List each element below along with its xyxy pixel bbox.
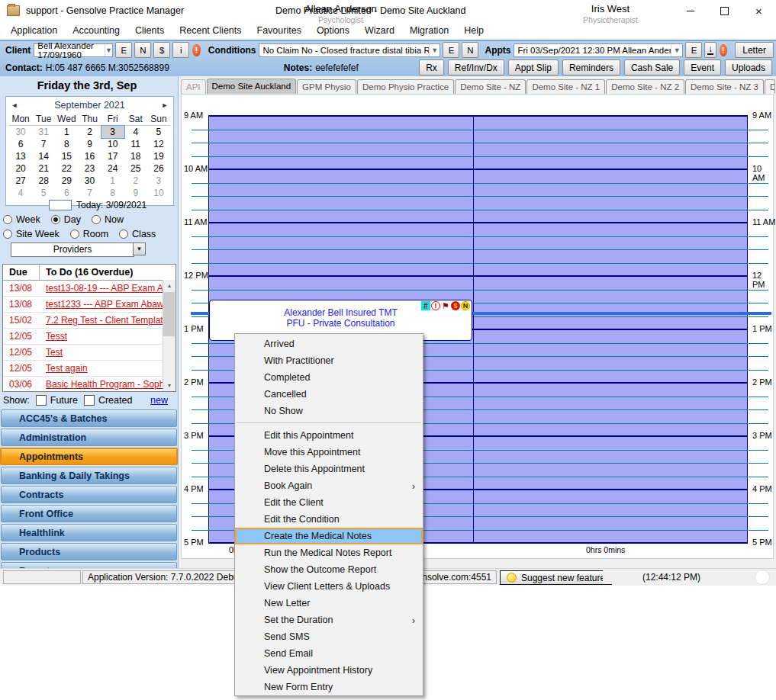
room-radio[interactable]: [70, 230, 79, 239]
created-checkbox[interactable]: [84, 395, 95, 406]
calendar-day[interactable]: 29: [55, 175, 78, 187]
calendar-day[interactable]: 10: [147, 187, 170, 199]
calendar-day[interactable]: 10: [101, 138, 124, 150]
tab-demo-site-nz-1[interactable]: Demo Site - NZ 1: [526, 79, 605, 94]
appt-slip-button[interactable]: Appt Slip: [508, 59, 559, 75]
conditions-combo[interactable]: No Claim No - Closed fracture distal tib…: [259, 43, 440, 57]
uploads-button[interactable]: Uploads: [725, 59, 772, 75]
chevron-down-icon[interactable]: ▼: [429, 44, 440, 56]
context-menu-item-delete-this-appointment[interactable]: Delete this Appointment: [235, 461, 423, 477]
menu-help[interactable]: Help: [456, 23, 491, 38]
calendar-day[interactable]: 13: [9, 150, 32, 162]
class-radio[interactable]: [119, 230, 128, 239]
scroll-down-icon[interactable]: ▼: [163, 380, 175, 391]
calendar-day[interactable]: 4: [9, 187, 32, 199]
calendar-day[interactable]: 19: [147, 150, 170, 162]
client-alert-icon[interactable]: !: [192, 44, 201, 56]
week-radio[interactable]: [3, 215, 12, 224]
chevron-down-icon[interactable]: ▼: [105, 44, 113, 56]
menu-clients[interactable]: Clients: [127, 23, 172, 38]
calendar-day[interactable]: 20: [9, 162, 32, 175]
provider-name[interactable]: Allean Anderson: [208, 3, 473, 14]
calendar-day[interactable]: 16: [78, 150, 101, 162]
context-menu-item-run-the-medical-notes-report[interactable]: Run the Medical Notes Report: [235, 544, 423, 561]
client-n-button[interactable]: N: [134, 42, 151, 58]
context-menu-item-completed[interactable]: Completed: [235, 369, 423, 386]
todo-scrollbar[interactable]: ▲ ▼: [163, 280, 175, 391]
providers-dropdown[interactable]: Providers: [11, 242, 134, 257]
menu-wizard[interactable]: Wizard: [357, 23, 402, 38]
context-menu-item-arrived[interactable]: Arrived: [235, 336, 423, 352]
calendar-day[interactable]: 2: [124, 175, 147, 187]
sidebar-section-products[interactable]: Products: [1, 543, 177, 560]
calendar-day[interactable]: 8: [101, 187, 124, 199]
condition-n-button[interactable]: N: [462, 42, 478, 58]
tab-demo-s[interactable]: Demo S: [765, 79, 775, 94]
calendar-day[interactable]: 27: [9, 175, 32, 187]
tab-demo-site-nz-2[interactable]: Demo Site - NZ 2: [606, 79, 684, 94]
month-title[interactable]: September 2021: [23, 100, 156, 111]
calendar-day[interactable]: 1: [55, 126, 78, 138]
calendar-day[interactable]: 7: [32, 138, 55, 150]
calendar-day[interactable]: 5: [32, 187, 55, 199]
calendar-day[interactable]: 18: [124, 150, 147, 162]
calendar-day[interactable]: 22: [55, 162, 78, 175]
calendar-day[interactable]: 2: [78, 126, 101, 138]
tab-api[interactable]: API: [181, 79, 206, 94]
chevron-down-icon[interactable]: ▼: [671, 44, 682, 56]
client-e-button[interactable]: E: [115, 42, 132, 58]
client-i-button[interactable]: i: [172, 42, 189, 58]
calendar-day[interactable]: 3: [147, 175, 170, 187]
sidebar-section-appointments[interactable]: Appointments: [0, 448, 178, 465]
calendar-day[interactable]: 21: [32, 162, 55, 175]
calendar-day[interactable]: 11: [124, 138, 147, 150]
calendar-day[interactable]: 15: [55, 150, 78, 162]
client-combo[interactable]: Bell Alexander 17/09/1960 ▼: [34, 43, 113, 57]
menu-favourites[interactable]: Favourites: [250, 23, 309, 38]
menu-application[interactable]: Application: [3, 23, 65, 38]
context-menu-item-move-this-appointment[interactable]: Move this Appointment: [235, 444, 423, 461]
sidebar-section-administration[interactable]: Administration: [1, 429, 177, 446]
calendar-day[interactable]: 9: [124, 187, 147, 199]
new-todo-link[interactable]: new: [150, 395, 168, 406]
calendar-day-selected[interactable]: 3: [101, 126, 124, 138]
ref-inv-dx-button[interactable]: Ref/Inv/Dx: [448, 59, 504, 75]
scrollbar-thumb[interactable]: [163, 292, 175, 336]
scroll-up-icon[interactable]: ▲: [163, 280, 175, 291]
sidebar-section-acc45-s-batches[interactable]: ACC45's & Batches: [1, 409, 177, 427]
day-radio[interactable]: [51, 215, 60, 224]
sidebar-section-front-office[interactable]: Front Office: [1, 505, 177, 522]
calendar-day[interactable]: 6: [55, 187, 78, 199]
download-appointment-icon[interactable]: ↓: [704, 42, 716, 58]
context-menu-item-new-letter[interactable]: New Letter: [235, 595, 423, 612]
now-radio[interactable]: [92, 215, 101, 224]
todo-task-link[interactable]: Test: [40, 347, 175, 358]
sidebar-section-healthlink[interactable]: Healthlink: [1, 524, 177, 541]
providers-dropdown-button[interactable]: ▼: [133, 242, 146, 255]
condition-e-button[interactable]: E: [443, 42, 459, 58]
tab-gpm-physio[interactable]: GPM Physio: [297, 79, 356, 94]
context-menu-item-view-client-letters-uploads[interactable]: View Client Letters & Uploads: [235, 578, 423, 595]
context-menu-item-edit-this-appointment[interactable]: Edit this Appointment: [235, 427, 423, 444]
suggest-feature-button[interactable]: Suggest new feature: [500, 570, 612, 585]
appt-e-button[interactable]: E: [685, 42, 702, 58]
context-menu-item-show-the-outcome-report[interactable]: Show the Outcome Report: [235, 561, 423, 578]
todo-task-link[interactable]: Test again: [40, 363, 175, 374]
todo-task-link[interactable]: Tesst: [40, 331, 175, 342]
appointment-alert-icon[interactable]: !: [720, 44, 728, 56]
context-menu-item-book-again[interactable]: Book Again›: [235, 477, 423, 494]
prev-month-icon[interactable]: ◄: [6, 101, 23, 109]
sidebar-section-banking-daily-takings[interactable]: Banking & Daily Takings: [1, 467, 177, 484]
context-menu-item-new-form-entry[interactable]: New Form Entry: [235, 679, 423, 695]
calendar-day[interactable]: 1: [101, 175, 124, 187]
calendar-day[interactable]: 14: [32, 150, 55, 162]
context-menu-item-create-the-medical-notes[interactable]: Create the Medical Notes: [235, 528, 423, 544]
todo-task-link[interactable]: 7.2 Reg Test - Client Template...: [40, 315, 175, 326]
event-button[interactable]: Event: [684, 59, 721, 75]
calendar-day[interactable]: 5: [147, 126, 170, 138]
calendar-day[interactable]: 25: [124, 162, 147, 175]
letter-button[interactable]: Letter: [735, 42, 774, 58]
calendar-day[interactable]: 30: [9, 126, 32, 138]
cash-sale-button[interactable]: Cash Sale: [624, 59, 680, 75]
todo-task-link[interactable]: Basic Health Program - Sophie: [40, 379, 175, 390]
